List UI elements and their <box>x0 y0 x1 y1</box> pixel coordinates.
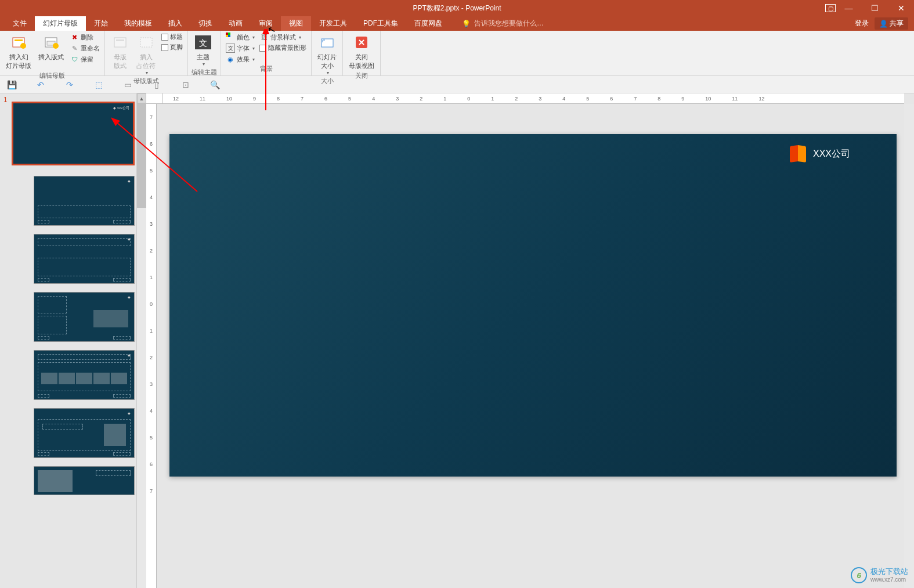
master-number: 1 <box>3 96 8 104</box>
thumb-logo-icon: ◆ <box>128 295 131 299</box>
group-label-close: 关闭 <box>346 71 377 81</box>
qat-btn-5[interactable]: ▭ <box>122 80 133 89</box>
slide-editor: 1211109876543210123456789101112 76543210… <box>146 93 914 588</box>
rename-icon: ✎ <box>70 44 79 53</box>
ribbon-display-options-icon[interactable]: ▢ <box>825 4 836 12</box>
vertical-ruler[interactable]: 765432101234567 <box>146 104 157 588</box>
tab-slide-master[interactable]: 幻灯片母版 <box>35 16 86 31</box>
thumb-logo-icon: ◆ xxx公司 <box>113 106 129 111</box>
thumb-logo-icon: ◆ <box>128 411 131 415</box>
effects-button[interactable]: ◉效果▾ <box>225 54 256 64</box>
horizontal-ruler[interactable]: 1211109876543210123456789101112 <box>162 93 904 104</box>
save-button[interactable]: 💾 <box>6 80 17 89</box>
qat-btn-7[interactable]: ⊡ <box>180 80 192 89</box>
svg-rect-14 <box>228 35 230 37</box>
scroll-handle[interactable] <box>137 103 146 208</box>
tab-transitions[interactable]: 切换 <box>190 16 221 31</box>
preserve-button[interactable]: 🛡保留 <box>68 54 101 64</box>
svg-rect-6 <box>114 38 126 47</box>
group-label-background: 背景 <box>225 64 308 74</box>
slide-company-logo: XXX公司 <box>790 146 850 162</box>
qat-btn-4[interactable]: ⬚ <box>93 80 104 89</box>
master-layout-button: 母版 版式 <box>109 32 132 71</box>
rename-button[interactable]: ✎重命名 <box>68 43 101 53</box>
close-master-view-button[interactable]: 关闭 母版视图 <box>346 32 377 71</box>
svg-point-2 <box>20 43 26 49</box>
effects-icon: ◉ <box>226 55 235 64</box>
ribbon-group-edit-theme: 文 主题▾ 编辑主题 <box>188 31 221 75</box>
svg-rect-12 <box>228 33 230 35</box>
thumbnail-layout-1[interactable]: ◆ <box>34 176 135 226</box>
thumbnail-panel: 1 ◆ xxx公司 ◆ ◆ ◆ ◆ <box>0 93 146 588</box>
slide-size-button[interactable]: 幻灯片 大小▾ <box>315 32 339 77</box>
ribbon-group-size: 幻灯片 大小▾ 大小 <box>312 31 343 75</box>
thumbnail-master[interactable]: ◆ xxx公司 <box>12 102 135 165</box>
login-link[interactable]: 登录 <box>855 19 869 28</box>
chevron-down-icon: ▾ <box>203 62 205 67</box>
colors-icon <box>226 33 235 42</box>
ribbon-group-background: 颜色▾ 文字体▾ ◉效果▾ 🖼背景样式▾ 隐藏背景图形 背景 <box>221 31 312 75</box>
thumbnail-layout-6[interactable] <box>34 466 135 495</box>
insert-placeholder-icon <box>137 33 156 52</box>
insert-layout-button[interactable]: 插入版式 <box>36 32 66 63</box>
lightbulb-icon: 💡 <box>462 20 471 28</box>
bg-styles-icon: 🖼 <box>259 33 269 42</box>
tab-baidu-disk[interactable]: 百度网盘 <box>406 16 450 31</box>
slide-canvas[interactable]: XXX公司 <box>169 134 897 477</box>
chevron-down-icon: ▾ <box>252 57 255 62</box>
watermark-url: www.xz7.com <box>870 576 908 583</box>
delete-button[interactable]: ✖删除 <box>68 32 101 42</box>
svg-text:文: 文 <box>199 38 207 48</box>
scroll-up-icon[interactable]: ▲ <box>137 93 146 103</box>
ribbon-group-close: 关闭 母版视图 关闭 <box>343 31 381 75</box>
chevron-down-icon: ▾ <box>146 70 148 75</box>
master-layout-icon <box>111 33 129 52</box>
delete-icon: ✖ <box>70 33 79 42</box>
thumbnail-layout-4[interactable]: ◆ <box>34 350 135 400</box>
tab-view[interactable]: 视图 <box>281 16 311 31</box>
hide-bg-graphics-checkbox[interactable]: 隐藏背景图形 <box>258 43 308 53</box>
start-from-beginning-button[interactable]: ▯ <box>151 80 162 89</box>
tab-insert[interactable]: 插入 <box>160 16 190 31</box>
title-checkbox[interactable]: 标题 <box>160 32 184 42</box>
undo-button[interactable]: ↶ <box>35 80 46 89</box>
thumbnail-layout-2[interactable]: ◆ <box>34 234 135 284</box>
colors-button[interactable]: 颜色▾ <box>225 32 256 42</box>
fonts-icon: 文 <box>226 44 235 53</box>
tab-file[interactable]: 文件 <box>5 16 35 31</box>
thumbnail-scrollbar[interactable]: ▲ <box>136 93 146 588</box>
themes-button[interactable]: 文 主题▾ <box>192 32 215 68</box>
close-button[interactable]: ✕ <box>888 0 914 16</box>
company-name: XXX公司 <box>813 148 850 160</box>
share-button[interactable]: 👤共享 <box>875 17 908 30</box>
close-master-icon <box>352 33 371 52</box>
footers-checkbox[interactable]: 页脚 <box>160 42 184 52</box>
tab-developer[interactable]: 开发工具 <box>311 16 355 31</box>
window-controls: — ☐ ✕ <box>836 0 914 16</box>
tell-me-search[interactable]: 💡 告诉我您想要做什么… <box>462 16 544 31</box>
watermark-name: 极光下载站 <box>870 568 908 576</box>
ribbon: 插入幻 灯片母版 插入版式 ✖删除 ✎重命名 🛡保留 编辑母版 母版 版式 插入… <box>0 31 914 76</box>
thumbnail-layout-5[interactable]: ◆ <box>34 408 135 458</box>
tab-my-templates[interactable]: 我的模板 <box>116 16 160 31</box>
qat-btn-8[interactable]: 🔍 <box>209 80 221 89</box>
redo-button[interactable]: ↷ <box>64 80 75 89</box>
thumbnail-layout-3[interactable]: ◆ <box>34 292 135 342</box>
insert-slide-master-button[interactable]: 插入幻 灯片母版 <box>3 32 34 71</box>
editor-scrollbar[interactable] <box>904 104 914 588</box>
bg-styles-button[interactable]: 🖼背景样式▾ <box>258 32 308 42</box>
tab-animations[interactable]: 动画 <box>221 16 251 31</box>
preserve-icon: 🛡 <box>70 55 79 64</box>
fonts-button[interactable]: 文字体▾ <box>225 43 256 53</box>
checkbox-icon <box>259 45 266 52</box>
ribbon-group-edit-master: 插入幻 灯片母版 插入版式 ✖删除 ✎重命名 🛡保留 编辑母版 <box>0 31 105 75</box>
ruler-corner <box>146 93 162 104</box>
tab-review[interactable]: 审阅 <box>251 16 281 31</box>
share-icon: 👤 <box>879 20 888 28</box>
insert-slide-master-icon <box>9 33 28 52</box>
tab-home[interactable]: 开始 <box>86 16 116 31</box>
minimize-button[interactable]: — <box>836 0 862 16</box>
svg-rect-1 <box>15 39 23 41</box>
tab-pdf-tools[interactable]: PDF工具集 <box>355 16 406 31</box>
maximize-button[interactable]: ☐ <box>862 0 888 16</box>
